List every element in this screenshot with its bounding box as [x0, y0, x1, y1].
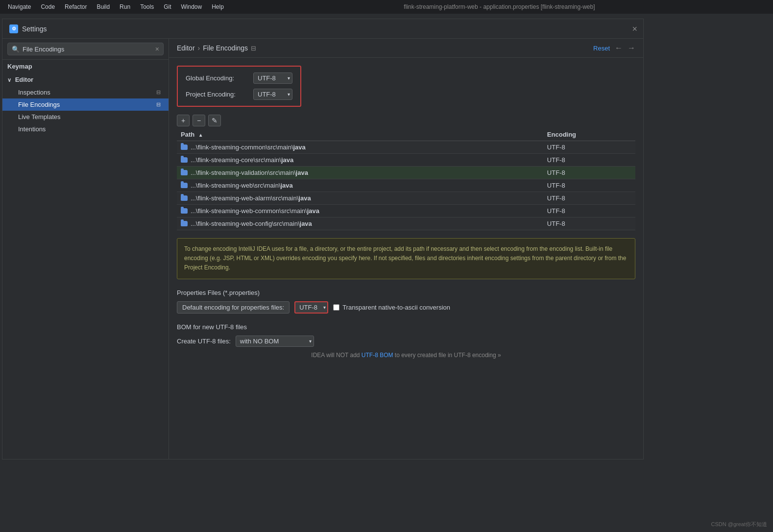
table-cell-encoding: UTF-8 — [543, 154, 635, 167]
sidebar-item-inspections[interactable]: Inspections ⊟ — [2, 86, 169, 98]
search-bar: 🔍 × — [2, 39, 169, 60]
table-row[interactable]: ...\flink-streaming-web\src\main\javaUTF… — [177, 179, 635, 192]
table-cell-encoding: UTF-8 — [543, 179, 635, 192]
sidebar-item-live-templates[interactable]: Live Templates — [2, 111, 169, 123]
edit-path-button[interactable]: ✎ — [208, 115, 221, 126]
search-wrap[interactable]: 🔍 × — [7, 43, 164, 55]
column-path[interactable]: Path ▲ — [177, 128, 543, 141]
path-prefix: ...\flink-streaming-validation\src\main\ — [191, 169, 296, 176]
bom-section: BOM for new UTF-8 files Create UTF-8 fil… — [177, 323, 635, 359]
sidebar-item-intentions[interactable]: Intentions — [2, 123, 169, 135]
settings-sidebar: 🔍 × Keymap ∨ Editor Inspections ⊟ File E… — [2, 39, 169, 459]
menu-item-build[interactable]: Build — [93, 2, 114, 12]
folder-icon — [181, 183, 188, 188]
close-button[interactable]: × — [632, 24, 637, 34]
search-icon: 🔍 — [12, 46, 20, 53]
breadcrumb-part1: Editor — [177, 44, 195, 52]
table-cell-path: ...\flink-streaming-web-common\src\main\… — [177, 205, 543, 218]
table-cell-encoding: UTF-8 — [543, 141, 635, 154]
search-clear-button[interactable]: × — [155, 45, 159, 53]
sidebar-item-file-encodings[interactable]: File Encodings ⊟ — [2, 98, 169, 111]
default-encoding-label: Default encoding for properties files: — [177, 301, 290, 314]
path-bold: java — [298, 194, 311, 202]
nav-fwd-button[interactable]: → — [628, 44, 635, 52]
properties-section-title: Properties Files (*.properties) — [177, 289, 635, 296]
path-bold: java — [281, 182, 293, 189]
table-cell-path: ...\flink-streaming-web-alarm\src\main\j… — [177, 192, 543, 205]
reset-button[interactable]: Reset — [593, 45, 610, 52]
watermark: CSDN @great你不知道 — [711, 521, 767, 528]
nav-back-button[interactable]: ← — [615, 44, 623, 52]
properties-encoding-select[interactable]: UTF-8 — [294, 301, 328, 314]
menu-item-code[interactable]: Code — [37, 2, 59, 12]
menu-item-run[interactable]: Run — [116, 2, 134, 12]
transparent-conversion-wrap: Transparent native-to-ascii conversion — [333, 304, 450, 311]
bom-select[interactable]: with NO BOM — [236, 336, 314, 347]
add-path-button[interactable]: + — [177, 115, 190, 126]
header-actions: Reset ← → — [593, 44, 635, 52]
column-encoding[interactable]: Encoding — [543, 128, 635, 141]
bom-row: Create UTF-8 files: with NO BOM ▾ — [177, 336, 635, 347]
breadcrumb-part2: File Encodings — [203, 44, 248, 52]
table-cell-path: ...\flink-streaming-validation\src\main\… — [177, 167, 543, 179]
search-input[interactable] — [23, 46, 152, 53]
path-prefix: ...\flink-streaming-web-config\src\main\ — [191, 220, 300, 227]
folder-icon — [181, 170, 188, 175]
table-row[interactable]: ...\flink-streaming-validation\src\main\… — [177, 167, 635, 179]
file-encodings-label: File Encodings — [18, 101, 60, 108]
menu-item-refactor[interactable]: Refactor — [61, 2, 91, 12]
table-toolbar: + − ✎ — [177, 115, 635, 126]
path-bold: java — [296, 169, 308, 176]
path-bold: java — [293, 144, 306, 151]
sidebar-item-keymap[interactable]: Keymap — [2, 60, 169, 73]
dialog-body: 🔍 × Keymap ∨ Editor Inspections ⊟ File E… — [2, 39, 643, 459]
editor-expand-icon: ∨ — [7, 77, 11, 83]
sort-icon: ▲ — [198, 132, 203, 138]
table-row[interactable]: ...\flink-streaming-web-config\src\main\… — [177, 218, 635, 230]
menu-item-navigate[interactable]: Navigate — [4, 2, 35, 12]
path-prefix: ...\flink-streaming-web\src\main\ — [191, 182, 281, 189]
editor-label: Editor — [15, 76, 34, 83]
folder-icon — [181, 208, 188, 214]
menu-item-git[interactable]: Git — [160, 2, 175, 12]
table-row[interactable]: ...\flink-streaming-web-alarm\src\main\j… — [177, 192, 635, 205]
folder-icon — [181, 221, 188, 226]
table-row[interactable]: ...\flink-streaming-web-common\src\main\… — [177, 205, 635, 218]
menu-item-window[interactable]: Window — [177, 2, 206, 12]
inspections-settings-icon: ⊟ — [156, 89, 161, 96]
bom-note-link[interactable]: UTF-8 BOM — [362, 352, 393, 359]
dialog-title: Settings — [22, 25, 47, 33]
transparent-conversion-checkbox[interactable] — [333, 304, 339, 311]
global-encoding-label: Global Encoding: — [186, 74, 249, 82]
global-encoding-row: Global Encoding: UTF-8 ▾ — [186, 73, 292, 84]
project-encoding-label: Project Encoding: — [186, 91, 249, 98]
settings-dialog: ⚙ Settings × 🔍 × Keymap ∨ Editor Inspect… — [2, 19, 644, 459]
file-encodings-settings-icon: ⊟ — [156, 101, 161, 108]
path-bold: java — [300, 220, 312, 227]
project-encoding-row: Project Encoding: UTF-8 ▾ — [186, 89, 292, 100]
table-cell-path: ...\flink-streaming-core\src\main\java — [177, 154, 543, 167]
project-encoding-select[interactable]: UTF-8 — [253, 89, 292, 100]
table-row[interactable]: ...\flink-streaming-core\src\main\javaUT… — [177, 154, 635, 167]
table-cell-path: ...\flink-streaming-web-config\src\main\… — [177, 218, 543, 230]
content-header: Editor › File Encodings ⊟ Reset ← → — [169, 39, 643, 58]
global-encoding-select-wrap: UTF-8 ▾ — [253, 73, 292, 84]
create-utf8-label: Create UTF-8 files: — [177, 338, 231, 345]
content-body: Global Encoding: UTF-8 ▾ Project Encodin… — [169, 58, 643, 459]
path-prefix: ...\flink-streaming-common\src\main\ — [191, 144, 293, 151]
dialog-title-bar: ⚙ Settings × — [2, 19, 643, 39]
menu-item-help[interactable]: Help — [208, 2, 228, 12]
transparent-conversion-label: Transparent native-to-ascii conversion — [342, 304, 450, 311]
live-templates-label: Live Templates — [18, 113, 60, 121]
path-prefix: ...\flink-streaming-web-alarm\src\main\ — [191, 194, 298, 202]
folder-icon — [181, 195, 188, 201]
global-encoding-select[interactable]: UTF-8 — [253, 73, 292, 84]
window-title: flink-streaming-platform-web - applicati… — [230, 3, 769, 10]
dialog-icon: ⚙ — [9, 24, 18, 33]
remove-path-button[interactable]: − — [193, 115, 205, 126]
inspections-label: Inspections — [18, 89, 50, 96]
table-row[interactable]: ...\flink-streaming-common\src\main\java… — [177, 141, 635, 154]
menu-item-tools[interactable]: Tools — [136, 2, 158, 12]
sidebar-item-editor[interactable]: ∨ Editor — [2, 73, 169, 86]
bom-note-prefix: IDEA will NOT add — [311, 352, 361, 359]
